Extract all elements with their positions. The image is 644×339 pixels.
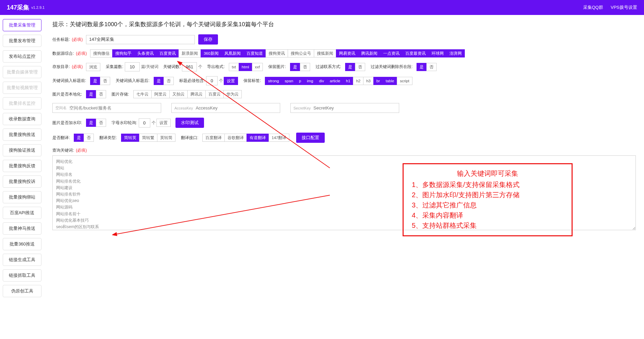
alphawm-set-button[interactable]: 设置 xyxy=(156,119,171,127)
yesno-tag[interactable]: 否 xyxy=(164,77,174,85)
source-tag[interactable]: 搜狗知乎 xyxy=(112,49,134,57)
source-tag[interactable]: 搜狗微信 xyxy=(90,49,112,57)
keep-tag[interactable]: span xyxy=(282,77,296,85)
keywords-textarea[interactable] xyxy=(52,155,636,230)
sidebar-item[interactable]: 伪原创工具 xyxy=(3,285,41,297)
transapi-tag[interactable]: 百度翻译 xyxy=(202,134,224,142)
transtype-tag[interactable]: 简转英 xyxy=(121,134,139,142)
title-build-button[interactable]: 设置 xyxy=(224,77,238,85)
yesno-tag[interactable]: 否 xyxy=(96,119,106,127)
sidebar-item[interactable]: 链接抓取工具 xyxy=(3,269,41,282)
imgstore-tag[interactable]: 腾讯云 xyxy=(187,90,205,98)
yesno-tag[interactable]: 是 xyxy=(86,119,96,127)
sidebar-item[interactable]: 批量神马推送 xyxy=(3,222,41,235)
source-tag[interactable]: 百度最资讯 xyxy=(402,49,428,57)
kwcount-input[interactable] xyxy=(182,62,197,71)
yesno-tag[interactable]: 否 xyxy=(84,134,94,142)
count-input[interactable] xyxy=(125,62,140,71)
sidebar-item[interactable]: 批量采集管理 xyxy=(3,19,41,31)
sidebar-item[interactable]: 批量搜狗绑站 xyxy=(3,191,41,203)
source-tag[interactable]: 360新闻 xyxy=(201,49,221,57)
sk-input[interactable] xyxy=(313,105,396,111)
source-tag[interactable]: 搜狗公众号 xyxy=(288,49,314,57)
source-tag[interactable]: 新浪新闻 xyxy=(179,49,201,57)
keep-tag[interactable]: h1 xyxy=(343,77,353,85)
keep-tag[interactable]: h2 xyxy=(353,77,363,85)
keep-tag[interactable]: p xyxy=(296,77,304,85)
yesno-tag[interactable]: 是 xyxy=(345,63,355,71)
task-title-input[interactable] xyxy=(86,35,195,44)
source-tag[interactable]: 百度资讯 xyxy=(156,49,179,57)
alphawm-input[interactable] xyxy=(139,118,150,128)
sidebar-item[interactable]: 发布站点监控 xyxy=(3,50,41,63)
sidebar-item[interactable]: 搜狗验证推送 xyxy=(3,144,41,156)
browse-button[interactable]: 浏览 xyxy=(86,63,100,71)
link-vps-settings[interactable]: VPS拨号设置 xyxy=(611,4,637,11)
title-must-input[interactable] xyxy=(206,76,218,85)
sidebar-item[interactable]: 批量发布管理 xyxy=(3,35,41,47)
save-button[interactable]: 保存 xyxy=(198,34,218,45)
imgstore-tag[interactable]: 华为云 xyxy=(223,90,242,98)
transapi-tag[interactable]: 147翻译 xyxy=(269,134,289,142)
source-tag[interactable]: 搜狗资讯 xyxy=(266,49,288,57)
transapi-tag[interactable]: 谷歌翻译 xyxy=(224,134,247,142)
keep-tag[interactable]: strong xyxy=(265,77,282,85)
source-tag[interactable]: 搜狐新闻 xyxy=(314,49,336,57)
source-tag[interactable]: 头条资讯 xyxy=(134,49,156,57)
transtype-tags: 简转英简转繁英转简 xyxy=(121,134,175,142)
api-config-button[interactable]: 接口配置 xyxy=(296,133,325,143)
ak-input[interactable] xyxy=(196,105,277,111)
export-format-tag[interactable]: html xyxy=(239,63,252,71)
watermark-test-button[interactable]: 水印测试 xyxy=(175,118,204,128)
imgstore-tag[interactable]: 百度云 xyxy=(205,90,223,98)
keep-tag[interactable]: br xyxy=(373,77,383,85)
accesskey-field[interactable]: AccessKey xyxy=(171,103,280,113)
imgstore-tag[interactable]: 七牛云 xyxy=(133,90,151,98)
sidebar-item[interactable]: 批量搜狗反馈 xyxy=(3,160,41,172)
source-tag[interactable]: 一点资讯 xyxy=(380,49,402,57)
space-input[interactable] xyxy=(69,105,158,111)
source-tag[interactable]: 环球网 xyxy=(428,49,446,57)
imgstore-tag[interactable]: 阿里云 xyxy=(151,90,169,98)
keep-tag[interactable]: div xyxy=(316,77,327,85)
yesno-tag[interactable]: 否 xyxy=(355,63,365,71)
source-tag[interactable]: 凤凰新闻 xyxy=(221,49,243,57)
yesno-tag[interactable]: 是 xyxy=(417,63,426,71)
export-format-tag[interactable]: xxf xyxy=(252,63,263,71)
sidebar-item[interactable]: 收录数据查询 xyxy=(3,113,41,125)
transapi-tag[interactable]: 有道翻译 xyxy=(247,134,269,142)
transtype-label: 翻译类型: xyxy=(99,135,117,141)
source-tag[interactable]: 网易资讯 xyxy=(336,49,358,57)
sidebar-item[interactable]: 链接生成工具 xyxy=(3,254,41,266)
yesno-tag[interactable]: 是 xyxy=(154,77,164,85)
yesno-tag[interactable]: 否 xyxy=(96,90,106,98)
link-qq-group[interactable]: 采集QQ群 xyxy=(583,4,603,11)
secretkey-field[interactable]: SecretKey xyxy=(290,103,399,113)
source-tag[interactable]: 腾讯新闻 xyxy=(358,49,380,57)
transtype-tag[interactable]: 英转简 xyxy=(157,134,175,142)
sidebar-item[interactable]: 批量搜狗推送 xyxy=(3,129,41,141)
transtype-tag[interactable]: 简转繁 xyxy=(139,134,157,142)
keep-tag[interactable]: h3 xyxy=(363,77,373,85)
imgstore-tag[interactable]: 又拍云 xyxy=(169,90,187,98)
yesno-tag[interactable]: 是 xyxy=(74,134,84,142)
transapi-tags: 百度翻译谷歌翻译有道翻译147翻译 xyxy=(202,134,289,142)
yesno-tag[interactable]: 是 xyxy=(290,63,300,71)
sidebar-item[interactable]: 批量搜狗投诉 xyxy=(3,175,41,188)
yesno-tag[interactable]: 否 xyxy=(100,77,110,85)
export-format-tag[interactable]: txt xyxy=(229,63,239,71)
yesno-tag[interactable]: 是 xyxy=(86,90,96,98)
sidebar-item[interactable]: 批量360推送 xyxy=(3,238,41,250)
source-tag[interactable]: 澎湃网 xyxy=(446,49,465,57)
yesno-tag[interactable]: 是 xyxy=(90,77,100,85)
keep-tag[interactable]: img xyxy=(304,77,316,85)
sidebar-item[interactable]: 百度API推送 xyxy=(3,207,41,219)
keep-tag[interactable]: table xyxy=(383,77,397,85)
keep-tag[interactable]: script xyxy=(397,77,412,85)
yesno-tag[interactable]: 否 xyxy=(300,63,310,71)
keep-tag[interactable]: article xyxy=(327,77,343,85)
source-tag[interactable]: 百度知道 xyxy=(243,49,266,57)
kwcount-label: 关键词数: xyxy=(163,64,181,70)
space-name-field[interactable]: 空间名 xyxy=(52,103,161,113)
yesno-tag[interactable]: 否 xyxy=(426,63,437,71)
